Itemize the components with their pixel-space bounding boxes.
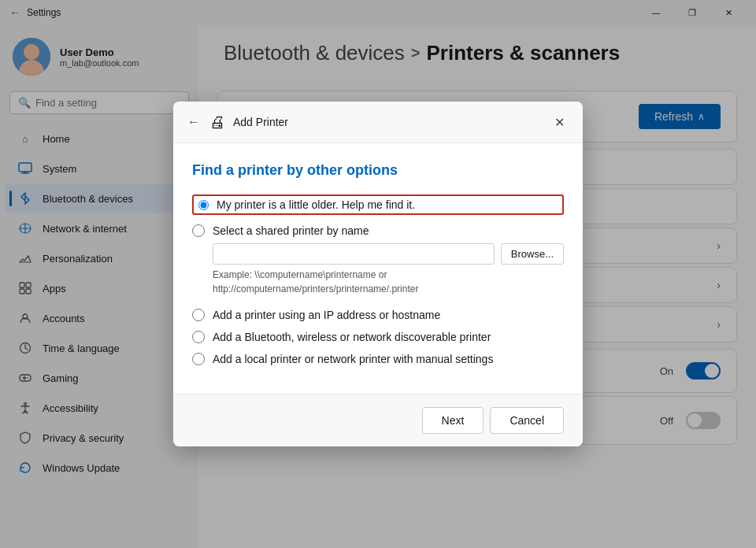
radio-opt2-input[interactable] bbox=[192, 224, 205, 237]
dialog-titlebar: ← 🖨 Add Printer ✕ bbox=[173, 102, 583, 143]
dialog-close-button[interactable]: ✕ bbox=[548, 111, 570, 133]
radio-opt1-input[interactable] bbox=[198, 200, 209, 210]
add-printer-dialog: ← 🖨 Add Printer ✕ Find a printer by othe… bbox=[173, 102, 583, 446]
radio-opt5-input[interactable] bbox=[192, 353, 205, 365]
radio-option-3[interactable]: Add a printer using an IP address or hos… bbox=[192, 309, 564, 321]
dialog-printer-icon: 🖨 bbox=[209, 113, 225, 131]
shared-printer-input[interactable] bbox=[213, 243, 495, 265]
radio-option-5[interactable]: Add a local printer or network printer w… bbox=[192, 353, 564, 365]
radio-opt4-label: Add a Bluetooth, wireless or network dis… bbox=[213, 331, 491, 343]
radio-opt3-input[interactable] bbox=[192, 309, 205, 321]
dialog-titlebar-left: ← 🖨 Add Printer bbox=[186, 113, 288, 131]
dialog-overlay: ← 🖨 Add Printer ✕ Find a printer by othe… bbox=[0, 0, 756, 548]
radio-option-1[interactable]: My printer is a little older. Help me fi… bbox=[192, 194, 564, 215]
radio-option-2[interactable]: Select a shared printer by name bbox=[192, 224, 564, 237]
dialog-find-title: Find a printer by other options bbox=[192, 162, 564, 179]
radio-option-4[interactable]: Add a Bluetooth, wireless or network dis… bbox=[192, 331, 564, 343]
shared-printer-row: Browse... bbox=[192, 243, 564, 265]
next-button[interactable]: Next bbox=[422, 407, 484, 434]
example-text: Example: \\computername\printername or h… bbox=[192, 268, 564, 296]
dialog-back-button[interactable]: ← bbox=[186, 113, 202, 131]
radio-opt4-input[interactable] bbox=[192, 331, 205, 343]
browse-button[interactable]: Browse... bbox=[501, 243, 564, 265]
radio-opt5-label: Add a local printer or network printer w… bbox=[213, 353, 493, 365]
radio-opt1-label: My printer is a little older. Help me fi… bbox=[217, 198, 415, 211]
radio-opt3-label: Add a printer using an IP address or hos… bbox=[213, 309, 440, 321]
cancel-button[interactable]: Cancel bbox=[490, 407, 564, 434]
dialog-body: Find a printer by other options My print… bbox=[173, 143, 583, 394]
dialog-footer: Next Cancel bbox=[173, 394, 583, 446]
dialog-title: Add Printer bbox=[233, 116, 288, 128]
example-line1: Example: \\computername\printername or bbox=[213, 269, 387, 280]
radio-opt2-label: Select a shared printer by name bbox=[213, 224, 369, 237]
example-line2: http://computername/printers/printername… bbox=[213, 283, 418, 294]
